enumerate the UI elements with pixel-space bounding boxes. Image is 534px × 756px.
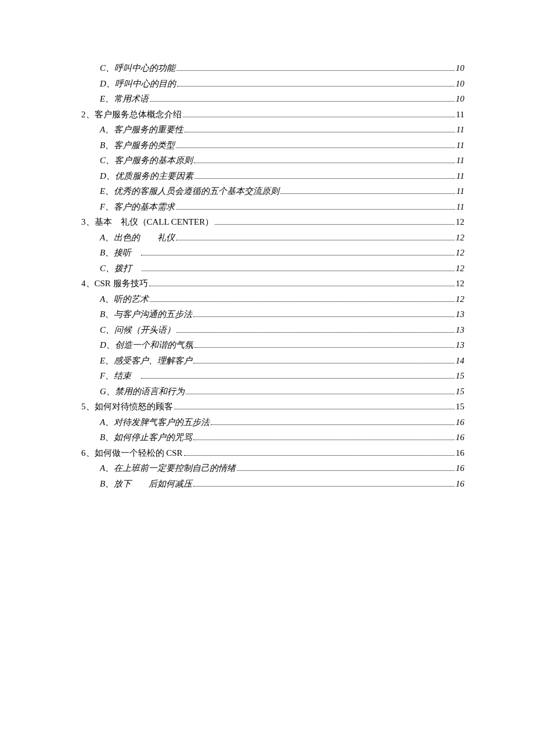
toc-entry-label: 5、如何对待愤怒的顾客 xyxy=(81,402,173,411)
toc-entry: D、创造一个和谐的气氛13 xyxy=(100,341,464,350)
toc-entry: G、禁用的语言和行为15 xyxy=(100,387,464,396)
toc-entry: C、呼叫中心的功能10 xyxy=(100,64,464,73)
toc-entry-label: A、客户服务的重要性 xyxy=(100,125,183,134)
toc-entry-label: 4、CSR 服务技巧 xyxy=(81,279,148,288)
toc-entry-label: F、结束 xyxy=(100,372,140,380)
toc-entry-label: A、听的艺术 xyxy=(100,295,149,304)
toc-entry: 6、如何做一个轻松的 CSR 16 xyxy=(81,449,464,458)
toc-entry: F、结束 15 xyxy=(100,372,464,380)
toc-leader-dots xyxy=(174,409,455,409)
toc-list: C、呼叫中心的功能10D、呼叫中心的目的10E、常用术语102、客户服务总体概念… xyxy=(81,64,464,488)
toc-entry: A、出色的 礼仪12 xyxy=(100,233,464,242)
toc-leader-dots xyxy=(194,347,454,348)
toc-entry-page: 11 xyxy=(456,203,464,211)
toc-entry-page: 11 xyxy=(456,156,464,165)
toc-entry-label: E、感受客户、理解客户 xyxy=(100,357,192,365)
toc-entry: F、客户的基本需求11 xyxy=(100,203,464,211)
toc-leader-dots xyxy=(141,378,454,379)
toc-entry: 4、CSR 服务技巧 12 xyxy=(81,279,464,288)
toc-entry: B、接听 12 xyxy=(100,249,464,257)
toc-entry-page: 16 xyxy=(456,449,464,458)
toc-entry-label: A、出色的 礼仪 xyxy=(100,233,175,242)
toc-entry-label: D、创造一个和谐的气氛 xyxy=(100,341,193,350)
toc-entry: A、听的艺术12 xyxy=(100,295,464,304)
toc-page: C、呼叫中心的功能10D、呼叫中心的目的10E、常用术语102、客户服务总体概念… xyxy=(0,0,534,488)
toc-entry: 2、客户服务总体概念介绍 11 xyxy=(81,110,464,119)
toc-entry-label: B、放下 后如何减压 xyxy=(100,480,192,488)
toc-entry: A、对待发脾气客户的五步法16 xyxy=(100,418,464,427)
toc-entry-page: 16 xyxy=(456,433,464,442)
toc-leader-dots xyxy=(194,163,455,163)
toc-entry: 3、基本 礼仪（CALL CENTER） 12 xyxy=(81,218,464,226)
toc-entry-page: 13 xyxy=(456,341,464,350)
toc-leader-dots xyxy=(176,70,454,71)
toc-entry-page: 11 xyxy=(456,141,464,150)
toc-entry: D、呼叫中心的目的10 xyxy=(100,80,464,88)
toc-entry: E、感受客户、理解客户14 xyxy=(100,357,464,365)
toc-entry-page: 10 xyxy=(456,95,464,103)
toc-entry-page: 10 xyxy=(456,80,464,88)
toc-leader-dots xyxy=(141,255,454,255)
toc-leader-dots xyxy=(194,178,455,179)
toc-leader-dots xyxy=(176,240,454,240)
toc-entry: B、如何停止客户的咒骂16 xyxy=(100,433,464,442)
toc-entry-page: 11 xyxy=(456,187,464,196)
toc-leader-dots xyxy=(142,271,454,271)
toc-entry-label: B、如何停止客户的咒骂 xyxy=(100,433,192,442)
toc-entry-page: 10 xyxy=(456,64,464,73)
toc-entry: E、常用术语10 xyxy=(100,95,464,103)
toc-leader-dots xyxy=(176,332,454,333)
toc-entry-page: 11 xyxy=(456,172,464,181)
toc-entry-label: B、接听 xyxy=(100,249,140,257)
toc-entry: A、在上班前一定要控制自己的情绪16 xyxy=(100,464,464,473)
toc-leader-dots xyxy=(183,117,455,117)
toc-entry-page: 13 xyxy=(456,310,464,319)
toc-entry-page: 16 xyxy=(456,418,464,427)
toc-entry-page: 12 xyxy=(456,264,464,273)
toc-entry-label: C、客户服务的基本原则 xyxy=(100,156,193,165)
toc-leader-dots xyxy=(186,394,454,394)
toc-entry-page: 16 xyxy=(456,480,464,488)
toc-entry-page: 15 xyxy=(456,402,464,411)
toc-leader-dots xyxy=(150,301,454,302)
toc-entry: C、拨打 12 xyxy=(100,264,464,273)
toc-entry-label: 3、基本 礼仪（CALL CENTER） xyxy=(81,218,214,226)
toc-leader-dots xyxy=(150,101,454,102)
toc-entry: B、放下 后如何减压16 xyxy=(100,480,464,488)
toc-entry-label: 2、客户服务总体概念介绍 xyxy=(81,110,182,119)
toc-leader-dots xyxy=(193,363,454,363)
toc-entry-label: A、对待发脾气客户的五步法 xyxy=(100,418,210,427)
toc-entry-page: 12 xyxy=(456,279,464,288)
toc-entry-label: F、客户的基本需求 xyxy=(100,203,175,211)
toc-entry-label: D、呼叫中心的目的 xyxy=(100,80,176,88)
toc-entry-label: 6、如何做一个轻松的 CSR xyxy=(81,449,183,458)
toc-entry-page: 12 xyxy=(456,295,464,304)
toc-entry-page: 13 xyxy=(456,326,464,334)
toc-leader-dots xyxy=(176,209,455,210)
toc-entry-page: 14 xyxy=(456,357,464,365)
toc-entry: D、优质服务的主要因素11 xyxy=(100,172,464,181)
toc-entry: B、与客户沟通的五步法13 xyxy=(100,310,464,319)
toc-entry-page: 16 xyxy=(456,464,464,473)
toc-leader-dots xyxy=(211,424,454,425)
toc-leader-dots xyxy=(185,132,455,132)
toc-entry: A、客户服务的重要性11 xyxy=(100,125,464,134)
toc-leader-dots xyxy=(149,286,454,286)
toc-leader-dots xyxy=(177,86,454,87)
toc-leader-dots xyxy=(184,455,454,456)
toc-entry: E、优秀的客服人员会遵循的五个基本交流原则11 xyxy=(100,187,464,196)
toc-entry-label: A、在上班前一定要控制自己的情绪 xyxy=(100,464,236,473)
toc-entry-label: C、拨打 xyxy=(100,264,140,273)
toc-leader-dots xyxy=(215,224,454,225)
toc-entry-page: 11 xyxy=(456,110,464,119)
toc-leader-dots xyxy=(237,470,454,471)
toc-entry-label: D、优质服务的主要因素 xyxy=(100,172,193,181)
toc-entry-label: B、客户服务的类型 xyxy=(100,141,175,150)
toc-entry-label: B、与客户沟通的五步法 xyxy=(100,310,192,319)
toc-entry-page: 12 xyxy=(456,249,464,257)
toc-entry: B、客户服务的类型11 xyxy=(100,141,464,150)
toc-leader-dots xyxy=(176,147,455,148)
toc-leader-dots xyxy=(280,193,455,194)
toc-entry: C、问候（开头语） 13 xyxy=(100,326,464,334)
toc-entry-label: C、呼叫中心的功能 xyxy=(100,64,175,73)
